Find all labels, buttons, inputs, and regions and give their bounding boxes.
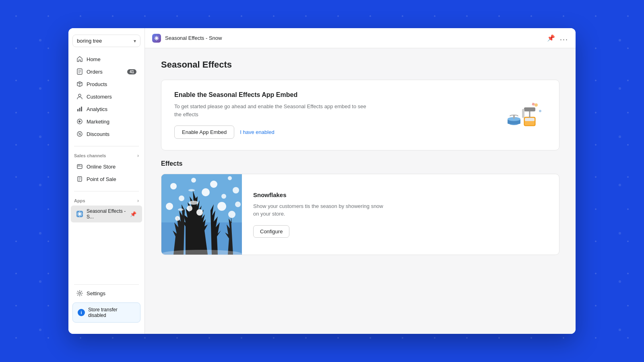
main-nav: Home Orders 41 — [68, 53, 144, 144]
svg-point-37 — [233, 187, 239, 193]
sidebar-item-home-label: Home — [87, 56, 101, 62]
sidebar-item-online-store-label: Online Store — [87, 164, 116, 170]
orders-badge: 41 — [127, 69, 136, 74]
customers-icon — [76, 93, 83, 100]
discounts-icon — [76, 131, 83, 137]
i-have-enabled-link[interactable]: I have enabled — [240, 129, 274, 135]
orders-icon — [76, 68, 83, 75]
enable-app-embed-button[interactable]: Enable App Embed — [174, 125, 234, 139]
top-bar-actions: 📌 ... — [547, 34, 568, 42]
divider-1 — [74, 146, 139, 146]
embed-card: Enable the Seasonal Effects App Embed To… — [161, 80, 559, 150]
expand-icon[interactable]: › — [137, 153, 139, 158]
svg-rect-2 — [77, 109, 78, 111]
svg-point-30 — [170, 183, 177, 189]
svg-rect-20 — [522, 109, 524, 118]
page-content: Seasonal Effects Enable the Seasonal Eff… — [145, 48, 576, 334]
info-icon: i — [78, 309, 85, 316]
app-window: boring tree ▾ Home — [68, 28, 576, 334]
svg-point-36 — [221, 194, 226, 199]
embed-card-left: Enable the Seasonal Effects App Embed To… — [174, 91, 367, 139]
sidebar-item-discounts-label: Discounts — [87, 131, 109, 137]
sidebar-item-pos-label: Point of Sale — [87, 176, 116, 182]
divider-3 — [74, 284, 139, 285]
configure-button[interactable]: Configure — [253, 225, 289, 238]
svg-rect-3 — [79, 108, 80, 111]
sidebar-item-customers-label: Customers — [87, 94, 112, 100]
sidebar-item-point-of-sale[interactable]: Point of Sale — [71, 173, 142, 185]
sidebar-item-products[interactable]: Products — [71, 78, 142, 90]
pos-icon — [76, 176, 83, 182]
svg-point-7 — [79, 133, 80, 134]
store-transfer-notice: i Store transfer disabled — [72, 302, 140, 323]
svg-point-47 — [178, 208, 184, 211]
sidebar-item-products-label: Products — [87, 81, 107, 87]
products-icon — [76, 81, 83, 87]
svg-point-39 — [187, 206, 192, 211]
sidebar-item-marketing[interactable]: Marketing — [71, 115, 142, 128]
svg-point-26 — [539, 110, 541, 112]
topbar-title: Seasonal Effects - Snow — [165, 35, 222, 41]
topbar-pin-icon[interactable]: 📌 — [547, 34, 555, 42]
embed-card-desc: To get started please go ahead and enabl… — [174, 103, 367, 118]
svg-point-43 — [196, 209, 203, 216]
sidebar-item-analytics[interactable]: Analytics — [71, 103, 142, 115]
svg-point-41 — [235, 202, 241, 207]
svg-point-14 — [79, 292, 81, 294]
sidebar-item-customers[interactable]: Customers — [71, 90, 142, 103]
effects-card: Snowflakes Show your customers tis the s… — [161, 174, 559, 255]
svg-rect-27 — [532, 103, 535, 105]
pin-icon: 📌 — [130, 211, 136, 217]
analytics-icon — [76, 106, 83, 112]
apps-expand-icon[interactable]: › — [137, 198, 139, 204]
store-name: boring tree — [77, 38, 102, 44]
effect-info: Snowflakes Show your customers tis the s… — [242, 174, 401, 255]
sidebar-item-discounts[interactable]: Discounts — [71, 128, 142, 140]
marketing-icon — [76, 118, 83, 125]
sidebar: boring tree ▾ Home — [68, 28, 145, 334]
svg-rect-24 — [513, 115, 515, 119]
sales-channels-section: Sales channels › Online Store — [68, 149, 144, 189]
sidebar-item-marketing-label: Marketing — [87, 119, 109, 125]
effects-section-title: Effects — [161, 160, 559, 167]
main-content: Seasonal Effects - Snow 📌 ... Seasonal E… — [145, 28, 576, 334]
svg-rect-19 — [524, 107, 535, 111]
embed-illustration — [502, 97, 546, 133]
home-icon — [76, 56, 83, 62]
svg-point-45 — [189, 201, 198, 205]
svg-point-33 — [228, 176, 232, 180]
sidebar-item-orders-label: Orders — [87, 69, 103, 75]
apps-section: Apps › Seasonal Effects - S... 📌 — [68, 194, 144, 226]
seasonal-effects-icon — [76, 211, 83, 217]
svg-point-8 — [80, 134, 81, 135]
svg-point-25 — [535, 103, 538, 107]
svg-point-35 — [202, 188, 210, 196]
svg-point-11 — [79, 165, 80, 166]
svg-point-10 — [78, 165, 79, 166]
divider-2 — [74, 191, 139, 191]
top-bar: Seasonal Effects - Snow 📌 ... — [145, 28, 576, 48]
svg-point-31 — [191, 178, 196, 183]
embed-card-title: Enable the Seasonal Effects App Embed — [174, 91, 367, 99]
apps-section-label: Apps › — [68, 194, 144, 205]
sidebar-item-settings[interactable]: Settings — [71, 287, 142, 299]
svg-point-46 — [188, 189, 195, 191]
svg-rect-4 — [81, 107, 82, 111]
sales-channels-label: Sales channels › — [68, 149, 144, 160]
svg-point-38 — [166, 203, 173, 210]
settings-label: Settings — [87, 290, 105, 296]
sidebar-item-orders[interactable]: Orders 41 — [71, 66, 142, 78]
svg-rect-17 — [525, 118, 535, 121]
effect-desc: Show your customers tis the season by sh… — [253, 202, 390, 218]
topbar-more-icon[interactable]: ... — [560, 34, 568, 42]
store-selector[interactable]: boring tree ▾ — [72, 35, 140, 47]
svg-point-32 — [210, 181, 217, 188]
sidebar-item-online-store[interactable]: Online Store — [71, 160, 142, 173]
svg-point-40 — [217, 202, 226, 211]
embed-card-actions: Enable App Embed I have enabled — [174, 125, 367, 139]
sidebar-item-seasonal-effects[interactable]: Seasonal Effects - S... 📌 — [71, 206, 142, 222]
effect-name: Snowflakes — [253, 191, 390, 198]
chevron-down-icon: ▾ — [134, 38, 136, 44]
online-store-icon — [76, 163, 83, 170]
sidebar-item-home[interactable]: Home — [71, 53, 142, 65]
